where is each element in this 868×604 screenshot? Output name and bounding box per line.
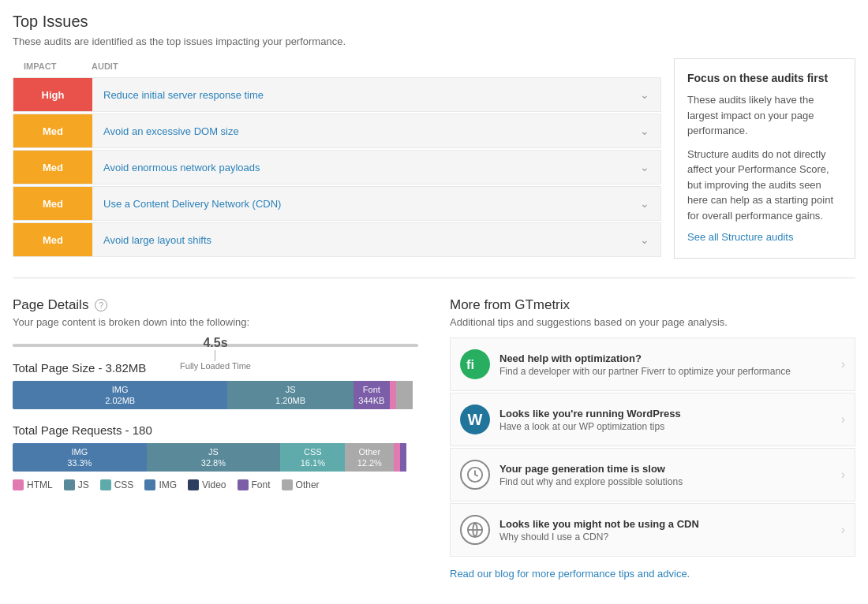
audit-row[interactable]: Med Avoid large layout shifts ⌄ [13, 222, 661, 257]
chevron-right-icon: › [841, 357, 845, 371]
legend-css-dot [100, 479, 111, 490]
legend-html: HTML [13, 479, 53, 490]
svg-text:fi: fi [466, 357, 474, 371]
bar-other-segment [396, 381, 413, 409]
bar-img-segment: IMG 2.02MB [13, 381, 227, 409]
bar-font-label: Font [363, 384, 380, 395]
tip-row-pagespeed[interactable]: Your page generation time is slow Find o… [450, 448, 855, 501]
audit-row[interactable]: Med Use a Content Delivery Network (CDN)… [13, 186, 661, 221]
top-issues-section: Top Issues These audits are identified a… [13, 13, 855, 259]
req-img-segment: IMG 33.3% [13, 443, 147, 472]
legend-img: IMG [144, 479, 177, 490]
legend-js-label: JS [78, 479, 89, 490]
req-js-segment: JS 32.8% [147, 443, 281, 472]
tip-desc-fiverr: Find a developer with our partner Fiverr… [499, 366, 832, 377]
audit-row[interactable]: Med Avoid enormous network payloads ⌄ [13, 150, 661, 185]
page-requests-title: Total Page Requests - 180 [13, 423, 418, 437]
col-headers: IMPACT AUDIT [13, 58, 661, 74]
top-issues-subtitle: These audits are identified as the top i… [13, 35, 855, 47]
page-size-bar: IMG 2.02MB JS 1.20MB Font 344KB [13, 381, 418, 409]
focus-box-title: Focus on these audits first [687, 72, 842, 84]
col-impact-header: IMPACT [13, 62, 92, 71]
tip-content-cdn: Looks like you might not be using a CDN … [499, 518, 832, 542]
req-html-segment [394, 443, 400, 472]
req-other-segment: Other 12.2% [345, 443, 394, 472]
chevron-down-icon[interactable]: ⌄ [629, 197, 660, 210]
req-other-label: Other [359, 446, 381, 457]
audit-label: Reduce initial server response time [92, 80, 629, 110]
legend-video: Video [188, 479, 226, 490]
help-icon[interactable]: ? [95, 299, 107, 311]
audit-label: Avoid an excessive DOM size [92, 116, 629, 147]
tip-desc-cdn: Why should I use a CDN? [499, 531, 832, 542]
bar-img-label: IMG [112, 384, 129, 395]
bottom-section: Page Details ? Your page content is brok… [13, 297, 855, 580]
tip-row-cdn[interactable]: Looks like you might not be using a CDN … [450, 503, 855, 557]
req-css-label: CSS [304, 446, 322, 457]
impact-badge-high: High [13, 78, 92, 111]
bar-font-value: 344KB [358, 395, 384, 406]
bar-img-value: 2.02MB [105, 395, 135, 406]
more-from-subtitle: Additional tips and suggestions based on… [450, 316, 855, 328]
page-details-section: Page Details ? Your page content is brok… [13, 297, 418, 580]
tip-title-wordpress: Looks like you're running WordPress [499, 408, 832, 419]
loaded-time-label: Fully Loaded Time [180, 361, 251, 371]
legend-img-dot [144, 479, 155, 490]
timeline-container: 4.5s Fully Loaded Time [13, 344, 418, 347]
bar-js-segment: JS 1.20MB [227, 381, 353, 409]
bar-html-segment [390, 381, 396, 409]
tip-title-fiverr: Need help with optimization? [499, 352, 832, 364]
blog-link[interactable]: Read our blog for more performance tips … [450, 568, 855, 580]
tip-title-cdn: Looks like you might not be using a CDN [499, 518, 832, 530]
timeline-bar: 4.5s Fully Loaded Time [13, 344, 418, 347]
impact-badge-med: Med [13, 151, 92, 184]
chevron-right-icon: › [841, 468, 845, 482]
fiverr-icon: fi [460, 349, 490, 379]
tip-row-wordpress[interactable]: W Looks like you're running WordPress Ha… [450, 393, 855, 446]
audit-label: Avoid enormous network payloads [92, 152, 629, 183]
section-divider [13, 278, 855, 278]
legend-html-label: HTML [27, 479, 53, 490]
audit-table: IMPACT AUDIT High Reduce initial server … [13, 58, 661, 259]
chevron-down-icon[interactable]: ⌄ [629, 125, 660, 137]
more-from-section: More from GTmetrix Additional tips and s… [450, 297, 855, 580]
legend-css-label: CSS [114, 479, 134, 490]
page-details-title: Page Details ? [13, 297, 418, 313]
top-section-layout: IMPACT AUDIT High Reduce initial server … [13, 58, 855, 259]
audit-row[interactable]: Med Avoid an excessive DOM size ⌄ [13, 114, 661, 148]
audit-label: Use a Content Delivery Network (CDN) [92, 188, 629, 219]
tip-content-fiverr: Need help with optimization? Find a deve… [499, 352, 832, 377]
timeline-line [215, 350, 215, 361]
globe-icon [460, 515, 490, 545]
req-font-segment [400, 443, 406, 472]
tip-row-fiverr[interactable]: fi Need help with optimization? Find a d… [450, 337, 855, 391]
page-requests-bar: IMG 33.3% JS 32.8% CSS 16.1% Other 12.2% [13, 443, 418, 472]
legend-js: JS [64, 479, 89, 490]
audit-label: Avoid large layout shifts [92, 225, 629, 255]
focus-box-para2: Structure audits do not directly affect … [687, 147, 842, 224]
see-all-structure-link[interactable]: See all Structure audits [687, 231, 793, 243]
chevron-down-icon[interactable]: ⌄ [629, 88, 660, 101]
bar-js-label: JS [286, 384, 296, 395]
impact-badge-med: Med [13, 187, 92, 220]
chevron-down-icon[interactable]: ⌄ [629, 161, 660, 173]
legend-font-dot [238, 479, 249, 490]
page-details-subtitle: Your page content is broken down into th… [13, 316, 418, 328]
tip-desc-pagespeed: Find out why and explore possible soluti… [499, 476, 832, 487]
audit-row[interactable]: High Reduce initial server response time… [13, 77, 661, 112]
legend-font-label: Font [252, 479, 271, 490]
legend-other-label: Other [296, 479, 320, 490]
chevron-down-icon[interactable]: ⌄ [629, 233, 660, 246]
page-details-label: Page Details [13, 297, 88, 313]
tip-content-pagespeed: Your page generation time is slow Find o… [499, 463, 832, 487]
legend-font: Font [238, 479, 271, 490]
legend-img-label: IMG [159, 479, 177, 490]
wordpress-icon: W [460, 405, 490, 434]
tip-desc-wordpress: Have a look at our WP optimization tips [499, 421, 832, 432]
legend-html-dot [13, 479, 24, 490]
tip-content-wordpress: Looks like you're running WordPress Have… [499, 408, 832, 432]
legend-js-dot [64, 479, 75, 490]
impact-badge-med: Med [13, 114, 92, 147]
req-img-label: IMG [71, 446, 88, 457]
col-audit-header: AUDIT [92, 62, 118, 71]
